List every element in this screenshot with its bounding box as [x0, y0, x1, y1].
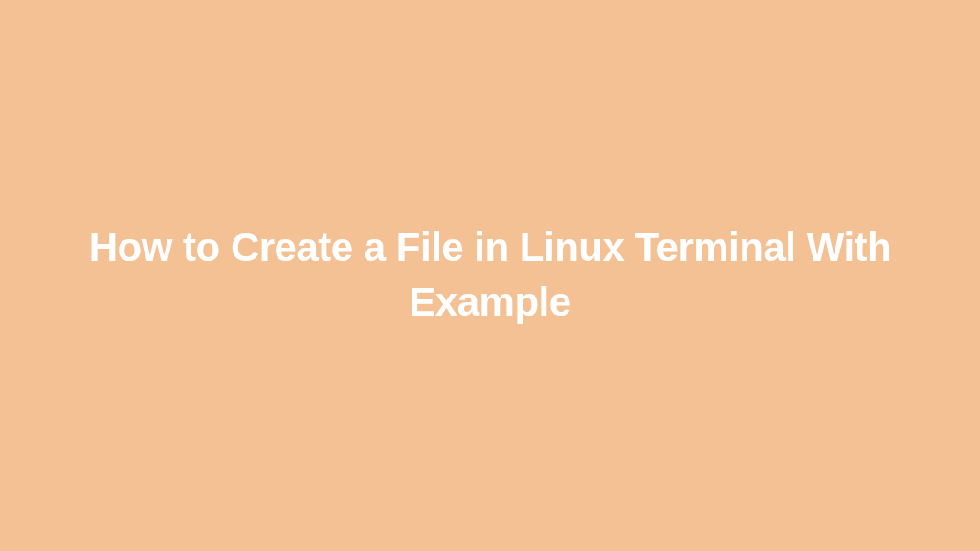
page-title: How to Create a File in Linux Terminal W… [0, 221, 980, 329]
